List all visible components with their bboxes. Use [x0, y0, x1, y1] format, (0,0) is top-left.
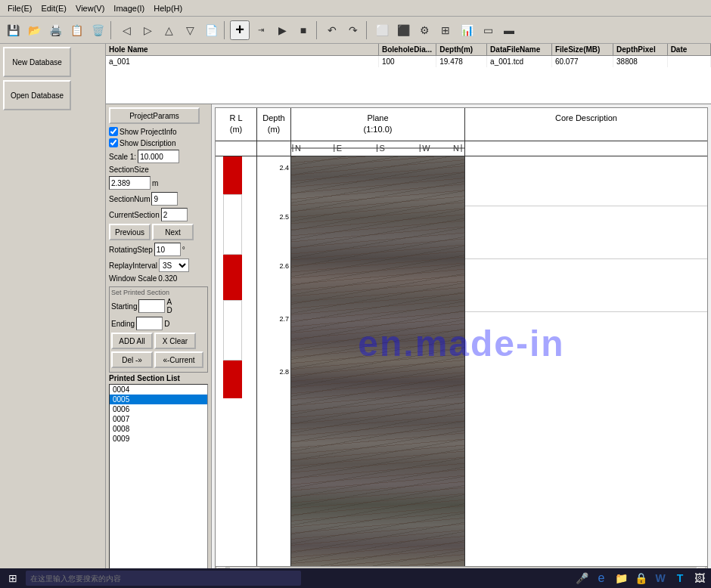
show-projectinfo-checkbox[interactable] [109, 127, 118, 136]
plane-column [291, 156, 465, 566]
rotating-step-input[interactable] [154, 243, 181, 256]
list-item-0009[interactable]: 0009 [110, 434, 207, 444]
col-filesize: FileSize(MB) [552, 44, 613, 55]
new-database-button[interactable]: New Database [3, 47, 71, 77]
depth-tick-26: 2.6 [279, 262, 289, 270]
toolbar-view2[interactable]: ⬛ [393, 20, 413, 40]
scale-row: Scale 1: [109, 150, 208, 163]
toolbar-view1[interactable]: ⬜ [372, 20, 392, 40]
cell-depth: 19.478 [436, 56, 487, 67]
section-size-row: SectionSize [109, 166, 208, 174]
x-clear-button[interactable]: X Clear [154, 333, 196, 349]
starting-label: Starting [111, 302, 137, 311]
col-depthpixel: DepthPixel [613, 44, 668, 55]
start-button[interactable]: ⊞ [3, 570, 23, 586]
add-clear-row: ADD All X Clear [111, 333, 206, 349]
toolbar-print[interactable]: 🖨️ [45, 20, 65, 40]
current-button[interactable]: «-Current [154, 351, 203, 368]
scale-label: Scale 1: [109, 153, 136, 161]
depth-header: Depth(m) [257, 108, 291, 141]
toolbar-play[interactable]: ▶ [272, 20, 292, 40]
svg-text:N: N [453, 144, 459, 153]
toolbar-copy[interactable]: 📋 [67, 20, 86, 40]
next-button[interactable]: Next [152, 224, 194, 240]
toolbar-undo[interactable]: ↶ [322, 20, 342, 40]
replay-interval-row: ReplayInterval 1S 2S 3S 5S 10S [109, 258, 208, 272]
toolbar-nav-right[interactable]: ▷ [138, 20, 157, 40]
window-scale-value: 0.320 [158, 274, 177, 283]
list-item-0007[interactable]: 0007 [110, 414, 207, 424]
toolbar-save[interactable]: 💾 [3, 20, 23, 40]
menu-edit[interactable]: Edit(E) [36, 2, 71, 14]
printed-section-list[interactable]: 0004 0005 0006 0007 0008 0009 [109, 384, 208, 585]
right-panel: Hole Name BoleholeDia... Depth(m) DataFi… [106, 44, 711, 588]
table-row[interactable]: a_001 100 19.478 a_001.tcd 60.077 38808 [106, 56, 711, 67]
rotating-step-unit: ° [182, 246, 185, 254]
menu-help[interactable]: Help(H) [149, 2, 187, 14]
section-size-value-row: m [109, 176, 208, 190]
list-item-0004[interactable]: 0004 [110, 385, 207, 395]
menu-file[interactable]: File(E) [3, 2, 36, 14]
column-headers-row: R L(m) Depth(m) Plane(1:10.0) Core Descr… [216, 108, 707, 141]
toolbar-stop[interactable]: ■ [293, 20, 313, 40]
compass-row: N E S W N [216, 141, 707, 156]
toolbar-nav-up[interactable]: △ [159, 20, 179, 40]
taskbar-t-icon[interactable]: T [672, 570, 688, 586]
left-panel: New Database Open Database [0, 44, 106, 588]
rl-section-red-2 [223, 255, 242, 300]
toolbar-settings[interactable]: ⚙ [414, 20, 434, 40]
ending-input[interactable] [136, 317, 163, 330]
starting-input[interactable] [138, 299, 165, 313]
menu-view[interactable]: View(V) [71, 2, 109, 14]
toolbar-nav-down[interactable]: ▽ [180, 20, 200, 40]
taskbar-edge-icon[interactable]: e [593, 570, 610, 586]
show-discription-checkbox[interactable] [109, 138, 118, 147]
previous-button[interactable]: Previous [109, 224, 151, 240]
list-item-0006[interactable]: 0006 [110, 404, 207, 414]
taskbar-folder-icon[interactable]: 📁 [613, 570, 629, 586]
section-num-row: SectionNum [109, 192, 208, 206]
menu-image[interactable]: Image(I) [109, 2, 149, 14]
control-sidebar: ProjectParams Show ProjectInfo Show Disc… [106, 104, 212, 588]
list-item-0005[interactable]: 0005 [110, 395, 207, 404]
col-hole-name: Hole Name [106, 44, 379, 55]
toolbar-delete[interactable]: 🗑️ [88, 20, 107, 40]
open-database-button[interactable]: Open Database [3, 80, 71, 110]
list-item-0008[interactable]: 0008 [110, 424, 207, 434]
ending-label: Ending [111, 320, 135, 328]
rl-section-red-1 [223, 156, 242, 194]
compass-svg: N E S W N [291, 141, 464, 156]
scale-input[interactable] [138, 150, 179, 163]
section-num-input[interactable] [151, 192, 178, 206]
toolbar-nav-left[interactable]: ◁ [116, 20, 136, 40]
project-params-button[interactable]: ProjectParams [109, 107, 200, 124]
toolbar-box2[interactable]: ▬ [499, 20, 519, 40]
desc-line-3 [465, 311, 707, 312]
taskbar-search[interactable] [26, 571, 301, 586]
core-image [291, 156, 464, 566]
cell-depthpixel: 38808 [613, 56, 668, 67]
section-size-label: SectionSize [109, 166, 149, 174]
toolbar-tab[interactable]: ⇥ [251, 20, 271, 40]
section-size-input[interactable] [109, 176, 151, 190]
del-button[interactable]: Del -» [111, 351, 153, 368]
toolbar-chart[interactable]: 📊 [457, 20, 477, 40]
desc-column [465, 156, 707, 566]
desc-line-1 [465, 206, 707, 206]
add-all-button[interactable]: ADD All [111, 333, 153, 349]
replay-interval-select[interactable]: 1S 2S 3S 5S 10S [159, 258, 189, 272]
toolbar-grid[interactable]: ⊞ [436, 20, 455, 40]
toolbar-open[interactable]: 📂 [24, 20, 44, 40]
taskbar-lock-icon[interactable]: 🔒 [632, 570, 649, 586]
rl-section-red-3 [223, 361, 242, 398]
app-body: New Database Open Database Hole Name Bol… [0, 44, 711, 588]
taskbar-mic-icon[interactable]: 🎤 [573, 570, 590, 586]
section-num-label: SectionNum [109, 195, 150, 203]
taskbar-word-icon[interactable]: W [652, 570, 669, 586]
toolbar-plus[interactable]: + [230, 20, 250, 40]
current-section-input[interactable] [161, 208, 188, 221]
toolbar-box1[interactable]: ▭ [478, 20, 498, 40]
toolbar-page[interactable]: 📄 [201, 20, 221, 40]
toolbar-redo[interactable]: ↷ [343, 20, 363, 40]
taskbar-photo-icon[interactable]: 🖼 [691, 570, 708, 586]
